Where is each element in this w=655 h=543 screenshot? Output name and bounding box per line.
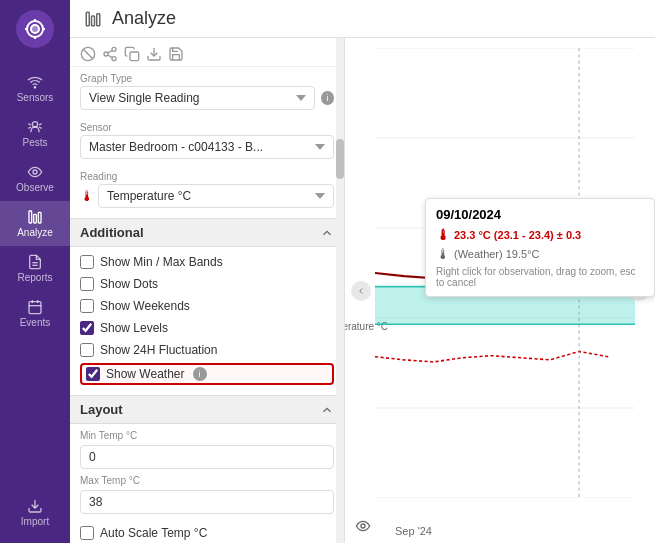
- tooltip-box: 09/10/2024 🌡 23.3 °C (23.1 - 23.4) ± 0.3…: [425, 198, 655, 297]
- svg-point-30: [112, 57, 116, 61]
- reading-section: Reading 🌡 Temperature °C: [70, 165, 344, 214]
- additional-collapse-icon: [320, 226, 334, 240]
- checkbox-weekends-input[interactable]: [80, 299, 94, 313]
- sidebar-item-analyze[interactable]: Analyze: [0, 201, 70, 246]
- panel-scrollbar[interactable]: [336, 38, 344, 543]
- sidebar-item-import[interactable]: Import: [0, 490, 70, 535]
- checkbox-fluctuation-input[interactable]: [80, 343, 94, 357]
- checkbox-dots-input[interactable]: [80, 277, 94, 291]
- svg-rect-18: [29, 302, 41, 314]
- graph-type-label: Graph Type: [80, 73, 334, 84]
- min-temp-input[interactable]: [80, 445, 334, 469]
- sidebar-item-observe[interactable]: Observe: [0, 156, 70, 201]
- svg-rect-25: [97, 13, 100, 25]
- svg-line-11: [39, 127, 42, 128]
- auto-scale-checkbox[interactable]: Auto Scale Temp °C: [80, 524, 334, 542]
- checkbox-min-max-label: Show Min / Max Bands: [100, 255, 223, 269]
- checkbox-fluctuation[interactable]: Show 24H Fluctuation: [80, 341, 334, 359]
- sidebar-label-pests: Pests: [22, 137, 47, 148]
- auto-scale-input[interactable]: [80, 526, 94, 540]
- tooltip-date: 09/10/2024: [436, 207, 644, 222]
- tooltip-weather-value: (Weather) 19.5°C: [454, 248, 540, 260]
- checkbox-weather-input[interactable]: [86, 367, 100, 381]
- svg-rect-13: [29, 211, 32, 223]
- weather-info-icon[interactable]: i: [193, 367, 207, 381]
- chart-nav-left-button[interactable]: [351, 281, 371, 301]
- svg-line-31: [108, 55, 113, 58]
- share-icon[interactable]: [102, 46, 118, 62]
- svg-rect-15: [38, 212, 41, 223]
- header-icon: [84, 10, 102, 28]
- svg-point-12: [33, 170, 37, 174]
- checkboxes-section: Show Min / Max Bands Show Dots Show Week…: [70, 247, 344, 391]
- layout-title: Layout: [80, 402, 123, 417]
- cloud-icon: 🌡: [436, 246, 450, 262]
- checkbox-dots-label: Show Dots: [100, 277, 158, 291]
- graph-type-select[interactable]: View Single Reading: [80, 86, 315, 110]
- copy-icon[interactable]: [124, 46, 140, 62]
- visibility-icon[interactable]: [355, 518, 371, 537]
- checkbox-dots[interactable]: Show Dots: [80, 275, 334, 293]
- additional-section-header[interactable]: Additional: [70, 218, 344, 247]
- sidebar-label-sensors: Sensors: [17, 92, 54, 103]
- svg-point-7: [32, 122, 37, 127]
- save-icon[interactable]: [168, 46, 184, 62]
- checkbox-levels-label: Show Levels: [100, 321, 168, 335]
- page-title: Analyze: [112, 8, 176, 29]
- graph-type-section: Graph Type View Single Reading i: [70, 67, 344, 116]
- checkbox-fluctuation-label: Show 24H Fluctuation: [100, 343, 217, 357]
- sidebar-label-events: Events: [20, 317, 51, 328]
- download-icon[interactable]: [146, 46, 162, 62]
- layout-section: Min Temp °C Max Temp °C Auto Scale Temp …: [70, 424, 344, 543]
- svg-line-27: [83, 49, 92, 58]
- sidebar-item-events[interactable]: Events: [0, 291, 70, 336]
- sidebar-item-sensors[interactable]: Sensors: [0, 66, 70, 111]
- sensor-label: Sensor: [80, 122, 334, 133]
- tooltip-hint: Right click for observation, drag to zoo…: [436, 266, 644, 288]
- svg-line-32: [108, 50, 113, 53]
- reading-select[interactable]: Temperature °C: [98, 184, 334, 208]
- sidebar-label-import: Import: [21, 516, 49, 527]
- checkbox-levels-input[interactable]: [80, 321, 94, 335]
- max-temp-label: Max Temp °C: [80, 475, 334, 486]
- no-sign-icon[interactable]: [80, 46, 96, 62]
- svg-rect-14: [34, 214, 37, 223]
- app-logo: [16, 10, 54, 48]
- sidebar-item-reports[interactable]: Reports: [0, 246, 70, 291]
- max-temp-input[interactable]: [80, 490, 334, 514]
- svg-line-10: [28, 127, 31, 128]
- thermometer-icon: 🌡: [436, 227, 450, 243]
- sidebar: Sensors Pests Observe Analyze Reports Ev…: [0, 0, 70, 543]
- svg-line-8: [28, 124, 31, 125]
- sensor-section: Sensor Master Bedroom - c004133 - B...: [70, 116, 344, 165]
- checkbox-weather-label: Show Weather: [106, 367, 185, 381]
- main-content: Analyze Graph Type View Single Reading i: [70, 0, 655, 543]
- svg-point-1: [31, 25, 39, 33]
- checkbox-weather[interactable]: Show Weather i: [80, 363, 334, 385]
- reading-select-wrapper: 🌡 Temperature °C: [80, 184, 334, 208]
- tooltip-temp-value: 23.3 °C (23.1 - 23.4) ± 0.3: [454, 229, 581, 241]
- toolbar: [70, 38, 344, 67]
- left-panel: Graph Type View Single Reading i Sensor …: [70, 38, 345, 543]
- checkbox-min-max-input[interactable]: [80, 255, 94, 269]
- layout-section-header[interactable]: Layout: [70, 395, 344, 424]
- temp-icon: 🌡: [80, 188, 94, 204]
- checkbox-weekends[interactable]: Show Weekends: [80, 297, 334, 315]
- svg-line-9: [39, 124, 42, 125]
- svg-rect-23: [86, 12, 89, 26]
- x-axis-month: Sep '24: [395, 525, 432, 537]
- sensor-select[interactable]: Master Bedroom - c004133 - B...: [80, 135, 334, 159]
- sidebar-item-pests[interactable]: Pests: [0, 111, 70, 156]
- sidebar-label-reports: Reports: [17, 272, 52, 283]
- svg-point-62: [361, 524, 365, 528]
- tooltip-weather: 🌡 (Weather) 19.5°C: [436, 246, 644, 262]
- auto-scale-label: Auto Scale Temp °C: [100, 526, 207, 540]
- graph-type-info-icon[interactable]: i: [321, 91, 334, 105]
- checkbox-min-max[interactable]: Show Min / Max Bands: [80, 253, 334, 271]
- svg-point-6: [34, 87, 35, 88]
- checkbox-levels[interactable]: Show Levels: [80, 319, 334, 337]
- additional-title: Additional: [80, 225, 144, 240]
- panel-scrollbar-thumb[interactable]: [336, 139, 344, 179]
- right-panel: Temperature °C 38 30 22 21 20: [345, 38, 655, 543]
- svg-point-29: [104, 52, 108, 56]
